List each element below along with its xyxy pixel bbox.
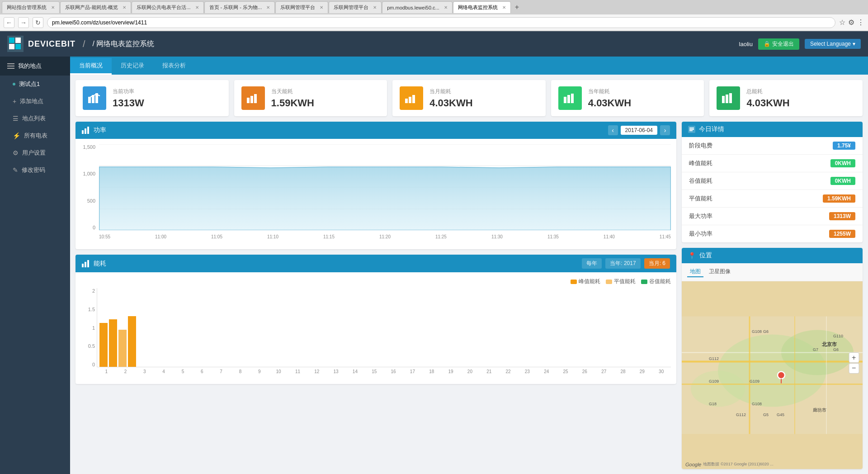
sidebar-item-settings-label: 用户设置 (22, 149, 46, 157)
dashboard: 当前功率 1313W (70, 75, 868, 474)
detail-card: 今日详情 阶段电费 1.75¥ 峰值能耗 0KWH (682, 122, 863, 242)
tab-6-label: 乐联网管理平台 (334, 4, 368, 11)
legend-flat-label: 平值能耗 (614, 278, 636, 285)
sidebar-item-user-settings[interactable]: ⚙ 用户设置 (0, 144, 70, 161)
map-tab-satellite[interactable]: 卫星图像 (706, 267, 733, 277)
svg-rect-7 (247, 98, 250, 103)
tab-reports[interactable]: 报表分析 (153, 58, 195, 75)
refresh-button[interactable]: ↻ (33, 17, 43, 28)
bar-group-13 (213, 366, 222, 367)
app-header: DEVICEBIT / / 网络电表监控系统 laoliu 🔒 安全退出 Sel… (0, 31, 868, 57)
bar-x-label-14: 14 (345, 369, 364, 374)
x-1145: 11:45 (660, 234, 671, 239)
bar-x-label-23: 23 (518, 369, 537, 374)
bar-group-21 (289, 366, 297, 367)
svg-rect-13 (564, 97, 566, 103)
tab-1[interactable]: 网站指台管理系统 ✕ (2, 1, 60, 13)
logo-box (7, 36, 24, 52)
bar-x-label-2: 2 (116, 369, 135, 374)
svg-text:G112: G112 (736, 412, 746, 417)
sidebar-item-add-location[interactable]: + 添加地点 (0, 93, 70, 110)
tab-history[interactable]: 历史记录 (112, 58, 153, 75)
tab-8-close[interactable]: ✕ (502, 5, 506, 10)
detail-badge-peak: 0KWH (830, 159, 855, 167)
tab-4[interactable]: 首页 - 乐联网 - 乐为物... ✕ (204, 1, 275, 13)
lang-label: Select Language (810, 41, 851, 47)
system-name: / 网络电表监控系统 (93, 39, 155, 49)
address-bar[interactable] (47, 17, 835, 28)
stat-label-total: 总能耗 (746, 88, 789, 95)
tab-5[interactable]: 乐联网管理平台 ✕ (275, 1, 328, 13)
bar-x-label-9: 9 (250, 369, 269, 374)
detail-badge-min-power: 1255W (829, 230, 855, 238)
power-chart-title-area: 功率 (82, 126, 106, 134)
extension-icon[interactable]: ⚙ (848, 18, 854, 27)
energy-btn-this-year[interactable]: 当年: 2017 (605, 258, 640, 269)
legend-peak: 峰值能耗 (571, 278, 600, 285)
bar-x-axis: 1234567891011121314151617181920212223242… (97, 367, 671, 379)
y-axis-1000: 1,000 (81, 171, 95, 176)
sidebar-section-label: 我的地点 (18, 62, 42, 70)
logout-button[interactable]: 🔒 安全退出 (758, 38, 799, 50)
svg-text:−: − (852, 364, 856, 372)
sidebar-item-all-meters[interactable]: ⚡ 所有电表 (0, 127, 70, 144)
power-chart-prev[interactable]: ‹ (608, 125, 618, 135)
tab-current[interactable]: 当前概况 (70, 58, 112, 75)
tab-3[interactable]: 乐联网公共电表平台活... ✕ (132, 1, 203, 13)
sidebar-item-location-list[interactable]: ☰ 地点列表 (0, 110, 70, 127)
tab-7[interactable]: pm.modbus.lewei50.c... ✕ (382, 1, 453, 13)
energy-btn-year[interactable]: 每年 (582, 258, 602, 269)
map-header: 📍 位置 (682, 248, 863, 263)
detail-badge-fee: 1.75¥ (833, 142, 855, 150)
tab-5-close[interactable]: ✕ (320, 5, 323, 10)
map-tab-map[interactable]: 地图 (687, 267, 703, 277)
tab-4-close[interactable]: ✕ (266, 5, 270, 10)
svg-text:G6: G6 (763, 329, 769, 334)
y-axis-1500: 1,500 (81, 144, 95, 150)
sidebar-item-test1[interactable]: 测试点1 (0, 76, 70, 93)
tab-2-close[interactable]: ✕ (123, 5, 126, 10)
svg-text:G108: G108 (752, 402, 762, 406)
bar-group-27 (346, 366, 354, 367)
bar-y-axis: 2 1.5 1 0.5 0 (81, 288, 97, 367)
svg-rect-21 (87, 127, 89, 134)
detail-row-flat: 平值能耗 1.59KWH (682, 190, 863, 208)
stat-icon-total (717, 86, 740, 110)
language-button[interactable]: Select Language ▾ (805, 39, 861, 49)
tab-2[interactable]: 乐联网产品-能耗统-概览 ✕ (60, 1, 131, 13)
energy-chart-filters: 每年 当年: 2017 当月: 6 (582, 258, 670, 269)
gear-icon: ⚙ (13, 149, 19, 156)
detail-body: 阶段电费 1.75¥ 峰值能耗 0KWH 谷值能耗 0KWH (682, 137, 863, 242)
tab-3-close[interactable]: ✕ (195, 5, 199, 10)
energy-btn-this-month[interactable]: 当月: 6 (644, 258, 670, 269)
tab-7-close[interactable]: ✕ (444, 5, 448, 10)
x-1125: 11:25 (435, 234, 447, 239)
x-1100: 11:00 (155, 234, 166, 239)
sidebar-item-password-label: 修改密码 (22, 166, 45, 174)
tab-8[interactable]: 网络电表监控系统 ✕ (453, 1, 511, 13)
back-button[interactable]: ← (4, 17, 14, 28)
tab-6-close[interactable]: ✕ (373, 5, 377, 10)
tab-6[interactable]: 乐联网管理平台 ✕ (329, 1, 382, 13)
new-tab-button[interactable]: + (515, 3, 519, 11)
sidebar-item-change-password[interactable]: ✎ 修改密码 (0, 161, 70, 179)
detail-header: 今日详情 (682, 122, 863, 137)
bar-group-25 (327, 366, 335, 367)
energy-chart-card: 能耗 每年 当年: 2017 当月: 6 (75, 255, 676, 384)
detail-row-peak: 峰值能耗 0KWH (682, 155, 863, 172)
stat-icon-month (400, 86, 423, 110)
tab-1-close[interactable]: ✕ (51, 5, 55, 10)
svg-text:G6: G6 (833, 347, 839, 352)
bar-group-7 (156, 366, 165, 367)
stat-label-power: 当前功率 (113, 88, 144, 95)
sidebar-my-locations[interactable]: 我的地点 (0, 57, 70, 76)
power-chart-header: 功率 ‹ 2017-06-04 › (75, 122, 676, 139)
bookmark-icon[interactable]: ☆ (839, 18, 845, 27)
power-chart-next[interactable]: › (660, 125, 670, 135)
forward-button[interactable]: → (18, 17, 29, 28)
legend-peak-label: 峰值能耗 (579, 278, 600, 285)
bar-x-label-5: 5 (173, 369, 192, 374)
legend-flat: 平值能耗 (606, 278, 636, 285)
sidebar-item-meters-label: 所有电表 (24, 132, 47, 140)
menu-icon[interactable]: ⋮ (857, 18, 864, 27)
